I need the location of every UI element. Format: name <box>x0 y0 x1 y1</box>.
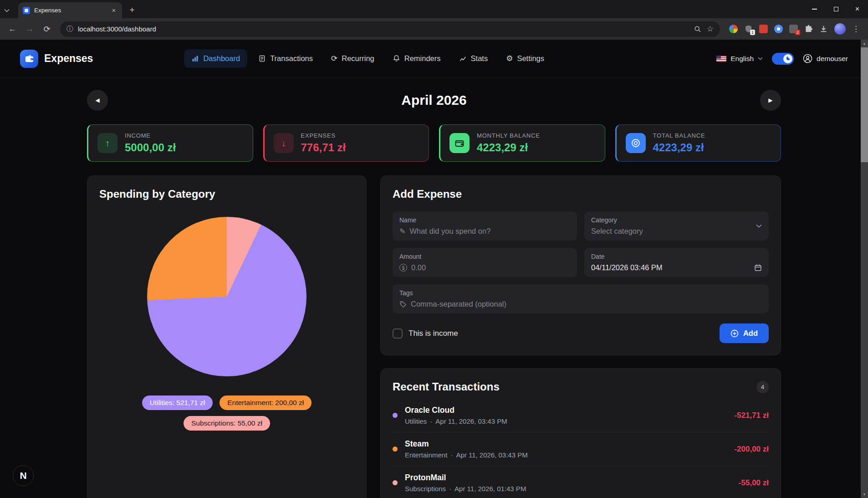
right-column: Add Expense Name ✎ Category <box>380 175 781 498</box>
stat-card: ↓ EXPENSES 776,71 zł <box>263 124 429 162</box>
stat-icon-tile <box>626 133 646 153</box>
toggle-knob <box>783 54 792 63</box>
date-field[interactable]: Date <box>584 248 769 277</box>
name-input[interactable] <box>409 227 570 236</box>
main-content: ◀ April 2026 ▶ ↑ INCOME 5000,00 zł ↓ EXP… <box>87 90 781 498</box>
close-button[interactable]: × <box>847 0 868 18</box>
income-checkbox[interactable] <box>393 329 403 339</box>
date-input[interactable] <box>591 263 750 272</box>
stat-value: 4223,29 zł <box>653 141 705 154</box>
browser-tab[interactable]: Expenses × <box>18 2 122 18</box>
nav-label: Stats <box>471 54 488 63</box>
transaction-dot <box>393 413 398 418</box>
nav-item-reminders[interactable]: Reminders <box>385 49 448 68</box>
amount-label: Amount <box>399 253 570 260</box>
tags-label: Tags <box>399 289 762 297</box>
legend-pill[interactable]: Subscriptions: 55,00 zł <box>184 416 270 431</box>
nav-label: Settings <box>517 54 544 63</box>
add-expense-panel: Add Expense Name ✎ Category <box>380 175 781 355</box>
transaction-row[interactable]: ProtonMail Subscriptions · Apr 11, 2026,… <box>393 466 769 498</box>
currency-icon: $ <box>399 264 407 272</box>
nav-item-settings[interactable]: ⚙ Settings <box>499 49 551 68</box>
scrollbar-thumb[interactable] <box>861 47 868 162</box>
name-field[interactable]: Name ✎ <box>393 211 577 241</box>
transaction-name: Oracle Cloud <box>405 406 727 415</box>
tags-input[interactable] <box>411 300 762 308</box>
legend-pill[interactable]: Entertainment: 200,00 zł <box>220 395 311 410</box>
reload-button[interactable]: ⟳ <box>39 21 55 37</box>
extension-icon[interactable] <box>729 25 738 33</box>
nav-item-recurring[interactable]: ⟳ Recurring <box>324 49 382 68</box>
language-selector[interactable]: English <box>716 55 763 63</box>
user-menu[interactable]: demouser <box>803 54 848 63</box>
extension-badge: 1 <box>750 30 755 35</box>
extensions-puzzle-icon[interactable] <box>804 25 813 33</box>
extension-icon[interactable] <box>759 25 768 33</box>
nav-item-transactions[interactable]: Transactions <box>251 49 320 68</box>
site-info-icon[interactable]: ⓘ <box>66 25 73 33</box>
scrollbar-down-icon[interactable]: ▼ <box>861 491 868 498</box>
arrow-up-icon: ↑ <box>105 138 110 149</box>
tab-strip: Expenses × + × <box>0 0 868 18</box>
pie-chart[interactable] <box>147 217 306 376</box>
bookmark-star-icon[interactable]: ☆ <box>707 24 714 34</box>
name-label: Name <box>399 216 570 224</box>
window-controls: × <box>804 0 868 18</box>
forward-button[interactable]: → <box>22 21 37 37</box>
tag-icon <box>399 301 407 308</box>
downloads-icon[interactable] <box>819 25 828 33</box>
category-field[interactable]: Category Select category <box>584 211 769 241</box>
income-checkbox-row[interactable]: This is income <box>393 329 458 339</box>
stat-value: 4223,29 zł <box>477 141 540 154</box>
date-label: Date <box>591 253 762 260</box>
transaction-row[interactable]: Steam Entertainment · Apr 11, 2026, 03:4… <box>393 432 769 466</box>
category-label: Category <box>591 216 762 224</box>
page-scrollbar[interactable]: ▲ ▼ <box>861 40 868 498</box>
tags-field[interactable]: Tags <box>393 284 769 313</box>
browser-menu-icon[interactable]: ⋮ <box>852 24 860 34</box>
maximize-button[interactable] <box>825 0 847 18</box>
app-logo-group[interactable]: Expenses <box>20 50 93 68</box>
profile-avatar[interactable] <box>834 23 846 35</box>
amount-field[interactable]: Amount $ <box>393 248 577 277</box>
url-text: localhost:3000/dashboard <box>78 25 689 33</box>
scrollbar-up-icon[interactable]: ▲ <box>861 40 868 47</box>
theme-toggle[interactable] <box>772 53 794 65</box>
stat-card: TOTAL BALANCE 4223,29 zł <box>615 124 781 162</box>
minimize-button[interactable] <box>804 0 825 18</box>
amount-input[interactable] <box>411 263 570 272</box>
nextjs-dev-button[interactable]: N <box>13 465 34 486</box>
transaction-name: ProtonMail <box>405 473 731 483</box>
zoom-icon[interactable] <box>694 26 701 33</box>
stat-icon-tile: ↑ <box>97 133 117 153</box>
chevron-down-icon <box>758 57 763 60</box>
tab-close-icon[interactable]: × <box>110 6 117 15</box>
new-tab-button[interactable]: + <box>125 3 139 17</box>
nav-label: Recurring <box>342 54 374 63</box>
dashboard-grid: Spending by Category Utilities: 521,71 z… <box>87 175 781 498</box>
extension-icon[interactable]: 1 <box>744 25 753 33</box>
app-header: Expenses Dashboard Transactions ⟳ Recurr… <box>0 40 868 78</box>
transaction-meta: Entertainment · Apr 11, 2026, 03:43 PM <box>405 451 727 459</box>
legend-pill[interactable]: Utilities: 521,71 zł <box>142 395 213 410</box>
transaction-dot <box>393 447 398 452</box>
prev-month-button[interactable]: ◀ <box>87 90 108 111</box>
meta-separator: · <box>450 451 453 459</box>
transactions-title: Recent Transactions <box>393 380 500 393</box>
calendar-icon[interactable] <box>754 264 762 272</box>
maximize-icon <box>834 7 838 11</box>
bar-chart-icon <box>191 55 199 62</box>
tab-search-button[interactable] <box>0 3 14 18</box>
address-bar[interactable]: ⓘ localhost:3000/dashboard ☆ <box>60 21 720 37</box>
extension-icon[interactable]: 2 <box>789 25 798 33</box>
extension-icon[interactable] <box>774 25 783 33</box>
nav-item-stats[interactable]: Stats <box>452 49 495 68</box>
nav-item-dashboard[interactable]: Dashboard <box>184 49 247 68</box>
transaction-category: Utilities <box>405 417 427 425</box>
stat-card: MONTHLY BALANCE 4223,29 zł <box>439 124 605 162</box>
add-button[interactable]: Add <box>720 323 769 343</box>
next-month-button[interactable]: ▶ <box>760 90 781 111</box>
stat-value: 5000,00 zł <box>125 141 176 154</box>
transaction-row[interactable]: Oracle Cloud Utilities · Apr 11, 2026, 0… <box>393 399 769 432</box>
back-button[interactable]: ← <box>5 21 20 37</box>
